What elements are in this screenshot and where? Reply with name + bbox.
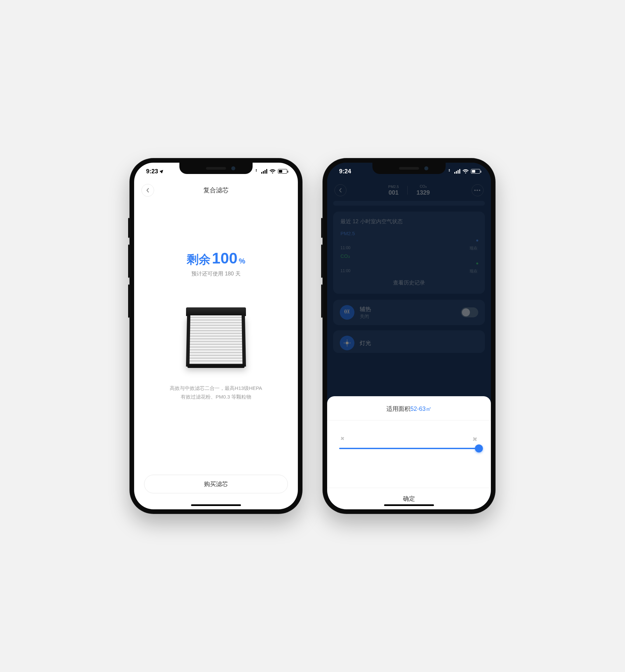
confirm-label: 确定	[403, 495, 415, 503]
confirm-button[interactable]: 确定	[327, 488, 491, 509]
filter-illustration	[184, 307, 248, 370]
signal-dual-icon: ⠃	[255, 169, 259, 174]
wifi-icon	[463, 169, 469, 174]
back-button[interactable]	[141, 184, 154, 197]
screen-right: 9:24 ⠃ PM2.5	[327, 163, 491, 509]
sheet-title: 适用面积52-63㎡	[327, 405, 491, 413]
home-indicator[interactable]	[191, 504, 241, 506]
status-time: 9:24	[339, 168, 351, 175]
remaining-subtitle: 预计还可使用 180 天	[144, 270, 288, 278]
fan-small-icon	[339, 435, 346, 443]
battery-icon	[278, 169, 287, 174]
status-time: 9:23	[146, 168, 158, 175]
sheet-title-value: 52-63㎡	[410, 406, 432, 412]
notch	[179, 163, 253, 174]
notch	[372, 163, 446, 174]
signal-icon	[261, 169, 267, 174]
remaining-percent: %	[239, 257, 246, 265]
buy-filter-button[interactable]: 购买滤芯	[144, 475, 288, 494]
slider-track[interactable]	[339, 448, 479, 449]
filter-desc-line1: 高效与中效滤芯二合一，最高H13级HEPA	[144, 384, 288, 392]
location-icon	[160, 169, 164, 173]
phone-left: 9:23 ⠃ 复合滤芯	[130, 158, 302, 514]
fan-large-icon	[471, 435, 479, 443]
page-title: 复合滤芯	[203, 186, 229, 195]
signal-icon	[454, 169, 460, 174]
remaining-label: 剩余	[187, 251, 211, 268]
buy-filter-label: 购买滤芯	[204, 480, 228, 488]
signal-dual-icon: ⠃	[448, 169, 452, 174]
filter-description: 高效与中效滤芯二合一，最高H13级HEPA 有效过滤花粉、PM0.3 等颗粒物	[144, 384, 288, 401]
phone-right: 9:24 ⠃ PM2.5	[323, 158, 495, 514]
page-header: 复合滤芯	[134, 182, 298, 199]
home-indicator[interactable]	[384, 504, 434, 506]
sheet-title-prefix: 适用面积	[386, 406, 410, 412]
remaining-value: 100	[212, 249, 238, 267]
area-slider[interactable]	[327, 421, 491, 488]
area-bottom-sheet: 适用面积52-63㎡	[327, 396, 491, 509]
filter-remaining: 剩余 100 % 预计还可使用 180 天	[144, 249, 288, 278]
screen-left: 9:23 ⠃ 复合滤芯	[134, 163, 298, 509]
filter-desc-line2: 有效过滤花粉、PM0.3 等颗粒物	[144, 392, 288, 401]
slider-thumb[interactable]	[475, 445, 483, 452]
wifi-icon	[270, 169, 276, 174]
battery-icon	[471, 169, 480, 174]
